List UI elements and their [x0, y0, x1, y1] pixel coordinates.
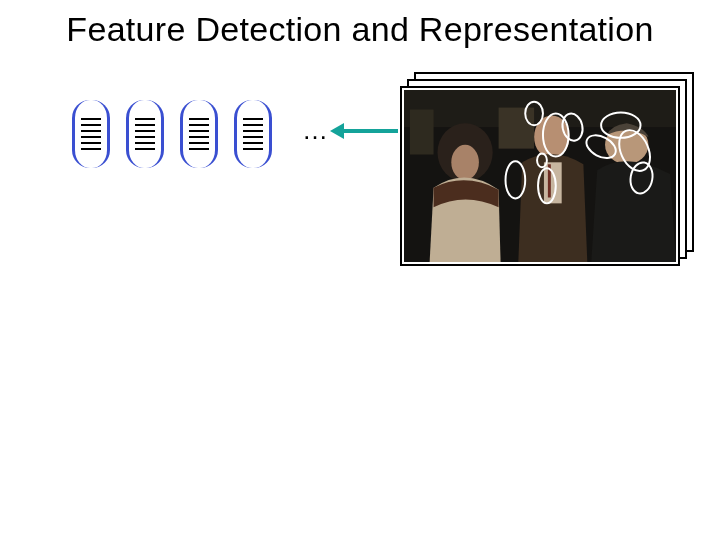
arrow-left-icon	[330, 128, 398, 134]
feature-vector	[180, 100, 218, 168]
feature-vectors-row	[72, 100, 272, 168]
ellipsis: …	[302, 115, 330, 146]
stack-frame-front	[400, 86, 680, 266]
svg-rect-8	[499, 108, 534, 149]
svg-point-3	[451, 145, 479, 180]
feature-vector	[72, 100, 110, 168]
slide: Feature Detection and Representation …	[0, 0, 720, 540]
feature-vector	[126, 100, 164, 168]
feature-vector	[234, 100, 272, 168]
image-stack	[400, 72, 695, 267]
svg-rect-9	[410, 110, 434, 155]
scene-image	[404, 90, 676, 262]
slide-title: Feature Detection and Representation	[0, 10, 720, 49]
